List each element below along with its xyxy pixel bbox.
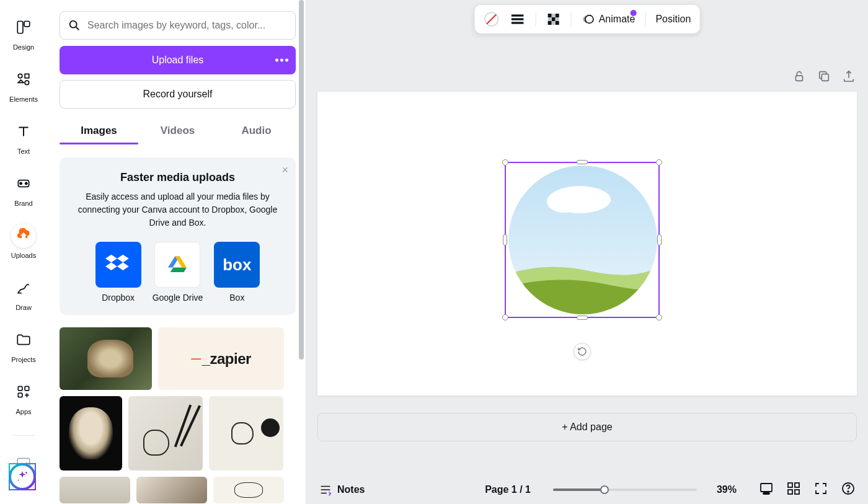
position-button[interactable]: Position <box>655 14 691 25</box>
upload-thumbnail[interactable] <box>60 327 152 390</box>
draw-icon <box>11 275 36 300</box>
connect-box[interactable]: box Box <box>214 242 260 303</box>
bottom-bar: Notes Page 1 / 1 39% <box>306 475 868 504</box>
svg-rect-37 <box>788 483 792 487</box>
rail-item-uploads[interactable]: Uploads <box>0 222 47 260</box>
help-button[interactable] <box>841 481 856 498</box>
upload-thumbnail[interactable] <box>128 396 203 471</box>
connect-dropbox[interactable]: Dropbox <box>95 242 141 303</box>
fullscreen-button[interactable] <box>813 481 828 498</box>
grid-icon <box>786 481 801 496</box>
lines-icon <box>510 11 526 27</box>
resize-handle[interactable] <box>577 160 588 164</box>
app-label: Google Drive <box>153 293 203 303</box>
media-tabs: Images Videos Audio <box>60 118 296 145</box>
rail-item-brand[interactable]: Brand <box>0 170 47 208</box>
search-input[interactable] <box>87 20 288 31</box>
rail-label: Apps <box>16 408 31 415</box>
svg-point-6 <box>20 182 22 184</box>
upload-files-button[interactable]: Upload files <box>60 46 296 74</box>
upload-thumbnail[interactable] <box>136 477 207 503</box>
google-drive-icon <box>154 242 200 288</box>
svg-rect-8 <box>18 386 22 391</box>
svg-rect-25 <box>552 14 556 17</box>
svg-rect-17 <box>512 14 524 16</box>
svg-point-14 <box>70 21 77 28</box>
svg-rect-18 <box>512 18 524 20</box>
svg-rect-21 <box>556 14 559 17</box>
design-icon <box>11 15 36 40</box>
rail-item-projects[interactable]: Projects <box>0 326 47 365</box>
animate-icon <box>582 12 595 26</box>
svg-rect-28 <box>552 21 556 25</box>
tab-videos[interactable]: Videos <box>138 118 217 144</box>
rail-label: Design <box>13 43 34 51</box>
svg-rect-0 <box>17 21 23 33</box>
duplicate-button[interactable] <box>817 69 831 86</box>
svg-rect-36 <box>763 493 769 494</box>
grid-view-button[interactable] <box>786 481 801 498</box>
export-button[interactable] <box>842 69 856 86</box>
rail-item-apps[interactable]: Apps <box>0 378 47 417</box>
page-view-button[interactable] <box>759 481 774 498</box>
resize-handle[interactable] <box>502 314 508 321</box>
left-rail: Design Elements Text Brand Uploads Draw <box>0 0 47 504</box>
selection-box[interactable] <box>505 162 660 318</box>
resize-handle[interactable] <box>656 159 662 166</box>
notes-button[interactable]: Notes <box>319 483 365 497</box>
svg-rect-19 <box>512 22 524 24</box>
upload-thumbnail[interactable] <box>209 396 283 471</box>
rail-divider <box>12 435 35 436</box>
line-style-button[interactable] <box>510 11 526 27</box>
upload-thumbnail[interactable] <box>213 477 284 503</box>
zoom-percentage: 39% <box>717 484 737 495</box>
upload-thumbnail[interactable] <box>60 396 122 471</box>
rail-item-draw[interactable]: Draw <box>0 274 47 312</box>
lock-button[interactable] <box>792 69 806 86</box>
resize-handle[interactable] <box>577 316 588 320</box>
upload-more-button[interactable] <box>275 59 288 62</box>
svg-rect-10 <box>18 393 22 397</box>
notification-dot <box>630 10 636 16</box>
promo-apps: Dropbox Google Drive box Box <box>71 242 285 303</box>
text-icon <box>11 119 36 144</box>
rail-item-design[interactable]: Design <box>0 14 47 52</box>
rotate-handle[interactable] <box>574 343 591 360</box>
tab-images[interactable]: Images <box>60 118 138 144</box>
svg-rect-39 <box>788 490 792 494</box>
duplicate-icon <box>817 69 831 83</box>
svg-rect-20 <box>548 14 552 17</box>
canvas-page[interactable] <box>317 92 857 396</box>
svg-point-42 <box>848 491 849 492</box>
position-label: Position <box>655 14 691 25</box>
svg-rect-27 <box>556 17 559 21</box>
uploads-gallery: —_zapier <box>60 327 296 503</box>
close-icon[interactable]: × <box>281 164 288 177</box>
record-yourself-button[interactable]: Record yourself <box>60 80 296 108</box>
record-label: Record yourself <box>143 89 212 100</box>
svg-rect-9 <box>25 386 29 391</box>
zoom-slider-thumb[interactable] <box>600 485 609 494</box>
add-page-button[interactable]: + Add page <box>317 413 857 441</box>
animate-button[interactable]: Animate <box>582 12 636 26</box>
zoom-slider[interactable] <box>553 489 697 491</box>
magic-button[interactable] <box>9 463 36 490</box>
search-box[interactable] <box>60 11 296 40</box>
transparency-button[interactable] <box>546 12 561 27</box>
resize-handle[interactable] <box>657 234 662 245</box>
resize-handle[interactable] <box>502 159 508 166</box>
rail-item-elements[interactable]: Elements <box>0 66 47 104</box>
resize-handle[interactable] <box>503 234 507 245</box>
tab-audio[interactable]: Audio <box>217 118 296 144</box>
svg-rect-26 <box>548 17 552 21</box>
add-page-label: + Add page <box>562 422 612 433</box>
resize-handle[interactable] <box>656 314 662 321</box>
no-color-button[interactable] <box>484 11 500 27</box>
upload-thumbnail[interactable]: —_zapier <box>158 327 284 390</box>
connect-google-drive[interactable]: Google Drive <box>153 242 203 303</box>
panel-scrollbar[interactable] <box>299 0 304 504</box>
upload-thumbnail[interactable] <box>60 477 130 503</box>
landscape-element[interactable] <box>508 166 657 314</box>
canvas-area: Animate Position <box>306 0 868 504</box>
rail-item-text[interactable]: Text <box>0 118 47 156</box>
